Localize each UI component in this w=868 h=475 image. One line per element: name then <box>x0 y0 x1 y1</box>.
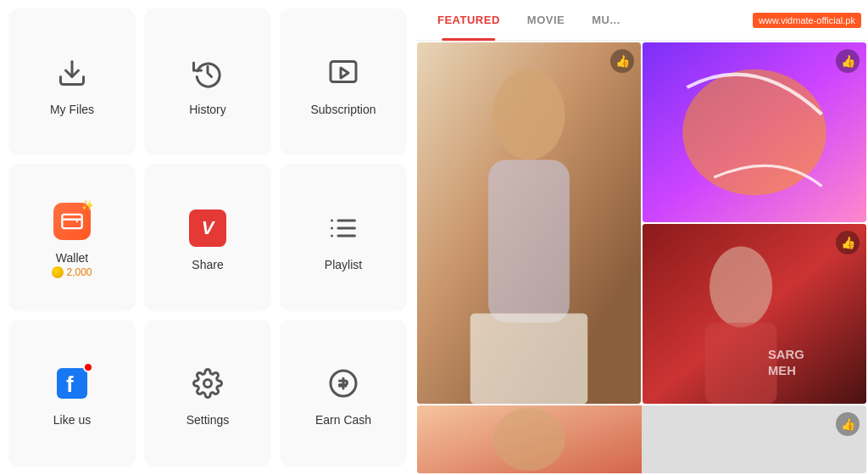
share-icon: V <box>186 207 229 249</box>
right-content-panel: FEATURED MOVIE MU... www.vidmate-officia… <box>415 0 868 475</box>
tab-featured[interactable]: FEATURED <box>424 0 514 41</box>
watermark-badge: www.vidmate-official.pk <box>753 13 861 28</box>
wallet-coins: 2,000 <box>52 266 92 278</box>
history-label: History <box>189 103 226 116</box>
menu-item-subscription[interactable]: Subscription <box>280 8 407 155</box>
menu-item-history[interactable]: History <box>144 8 271 155</box>
share-label: Share <box>192 258 223 271</box>
download-icon <box>51 52 93 94</box>
svg-rect-24 <box>705 323 777 404</box>
media-thumbnail-indian-lady <box>417 42 641 404</box>
earn-cash-label: Earn Cash <box>315 413 371 427</box>
media-thumbnail-tiger <box>643 42 866 222</box>
vidmate-v-icon: V <box>189 210 226 247</box>
media-card-bottom[interactable]: 👍 <box>417 405 866 473</box>
playlist-label: Playlist <box>325 258 362 271</box>
svg-text:SARG: SARG <box>768 348 804 361</box>
menu-item-settings[interactable]: Settings <box>144 320 271 467</box>
my-files-label: My Files <box>50 103 94 116</box>
like-button-indian-lady[interactable]: 👍 <box>610 49 634 73</box>
svg-rect-17 <box>488 159 570 322</box>
tab-movie[interactable]: MOVIE <box>514 0 578 41</box>
media-thumbnail-woman-red: SARG MEH <box>643 224 866 404</box>
facebook-icon: f <box>51 362 93 405</box>
subscription-icon <box>322 52 364 94</box>
svg-text:MEH: MEH <box>768 364 796 377</box>
svg-rect-1 <box>331 61 356 81</box>
playlist-icon <box>322 207 364 249</box>
media-card-woman-red[interactable]: SARG MEH 👍 <box>643 224 866 404</box>
wallet-icon: ✨ <box>51 200 93 243</box>
like-button-tiger[interactable]: 👍 <box>836 49 860 73</box>
wallet-amount: 2,000 <box>66 266 92 278</box>
subscription-label: Subscription <box>310 103 376 116</box>
svg-point-28 <box>493 408 565 471</box>
svg-text:f: f <box>66 372 74 397</box>
like-button-woman-red[interactable]: 👍 <box>836 231 860 254</box>
left-menu-panel: My Files History Subscription <box>0 0 415 475</box>
like-us-label: Like us <box>53 413 91 427</box>
media-thumbnail-bottom <box>417 405 642 473</box>
like-button-bottom[interactable]: 👍 <box>836 412 860 436</box>
dollar-circle-icon <box>322 362 364 405</box>
svg-point-16 <box>492 70 565 160</box>
settings-label: Settings <box>186 413 230 427</box>
svg-point-12 <box>204 380 212 388</box>
menu-item-playlist[interactable]: Playlist <box>280 164 407 310</box>
menu-item-earn-cash[interactable]: Earn Cash <box>280 320 407 467</box>
tab-bar: FEATURED MOVIE MU... www.vidmate-officia… <box>415 0 868 41</box>
menu-item-wallet[interactable]: ✨ Wallet 2,000 <box>8 164 136 310</box>
wallet-label: Wallet <box>56 251 88 265</box>
svg-point-23 <box>709 247 772 327</box>
svg-marker-2 <box>341 68 348 78</box>
svg-rect-18 <box>470 314 587 405</box>
notification-dot <box>83 362 93 372</box>
menu-item-share[interactable]: V Share <box>144 164 271 310</box>
history-icon <box>186 52 229 94</box>
menu-item-like-us[interactable]: f Like us <box>8 320 136 467</box>
tab-music[interactable]: MU... <box>578 0 634 41</box>
menu-item-my-files[interactable]: My Files <box>8 8 136 155</box>
svg-rect-3 <box>62 215 81 228</box>
media-card-tiger[interactable]: 👍 <box>643 42 866 222</box>
media-grid: 👍 <box>415 41 868 475</box>
settings-icon <box>186 362 229 405</box>
coin-icon <box>52 266 64 278</box>
media-card-indian-lady[interactable]: 👍 <box>417 42 641 404</box>
